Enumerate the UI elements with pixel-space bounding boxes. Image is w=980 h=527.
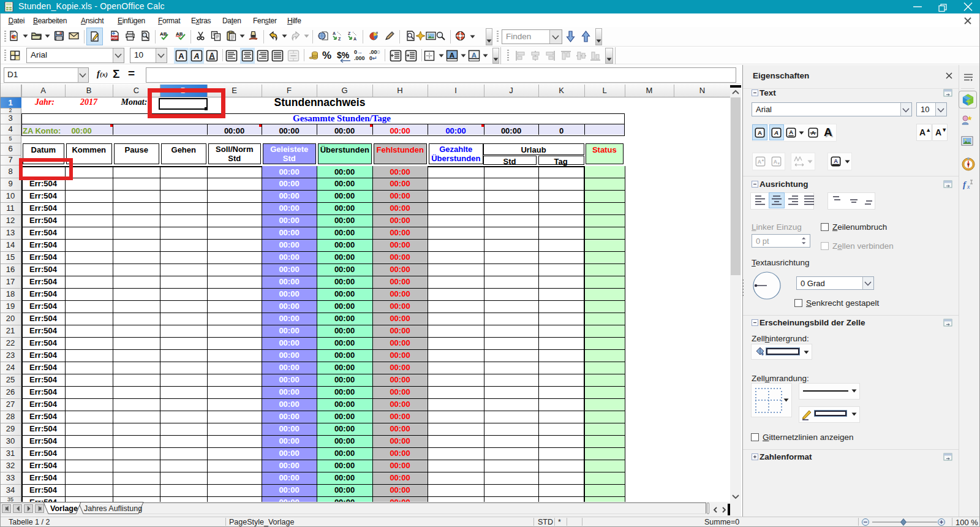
svg-text:PDF: PDF — [111, 36, 118, 40]
svg-text:A: A — [178, 51, 184, 61]
svg-text:A: A — [774, 129, 778, 136]
svg-text:Z: Z — [338, 37, 341, 41]
svg-text:A: A — [834, 158, 838, 164]
svg-text:▼: ▼ — [777, 162, 780, 165]
svg-text:f: f — [963, 180, 967, 189]
svg-text:A: A — [472, 51, 477, 59]
svg-text:▲: ▲ — [761, 158, 764, 162]
svg-text:A: A — [333, 31, 336, 36]
svg-text:A: A — [353, 37, 356, 41]
svg-text:A: A — [758, 129, 762, 136]
svg-text:A: A — [209, 51, 215, 60]
svg-text:x: x — [967, 183, 970, 190]
svg-text:A: A — [450, 51, 454, 59]
svg-text:A: A — [193, 52, 199, 61]
svg-text:Z: Z — [348, 31, 351, 36]
svg-text:A: A — [789, 129, 793, 135]
